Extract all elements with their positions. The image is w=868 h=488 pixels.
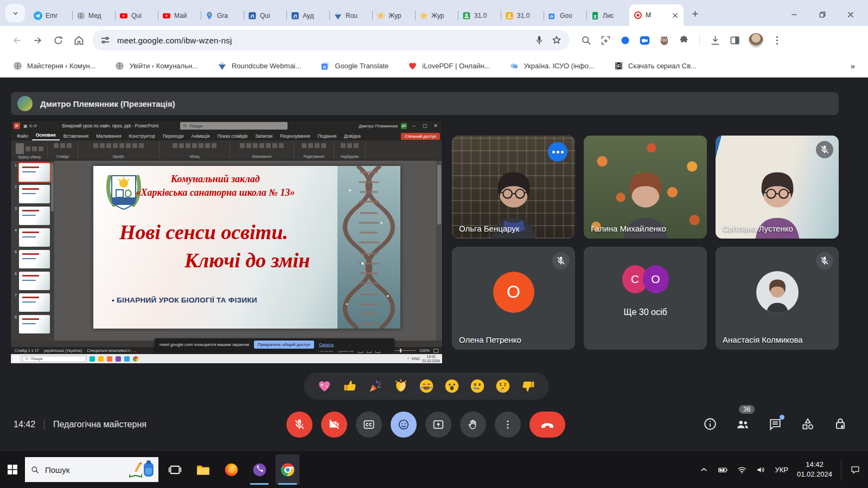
new-tab-button[interactable] xyxy=(687,5,703,22)
emoji-party-button[interactable] xyxy=(368,378,383,394)
home-button[interactable] xyxy=(68,30,89,50)
firefox-button[interactable] xyxy=(219,454,243,485)
ppt-ribbon-tab[interactable]: Основне xyxy=(32,131,60,140)
minimize-button[interactable] xyxy=(780,3,808,26)
browser-tab[interactable]: Жур xyxy=(372,5,415,26)
slide-thumbnail[interactable]: 3 xyxy=(11,205,54,227)
bookmark-item[interactable]: FСкачать сериал Св... xyxy=(614,61,697,70)
bookmark-item[interactable]: Україна. ІСУО (інфо... xyxy=(509,61,594,70)
task-view-button[interactable] xyxy=(163,454,187,485)
inner-app-icon[interactable] xyxy=(116,356,121,362)
browser-tab[interactable]: ЛQui xyxy=(244,5,286,26)
reload-button[interactable] xyxy=(48,30,68,50)
ppt-ribbon-tab[interactable]: Файл xyxy=(13,132,32,140)
tile-more-button[interactable] xyxy=(548,142,567,162)
browser-menu-icon[interactable] xyxy=(771,35,783,46)
participant-tile[interactable]: Галина Михайленко xyxy=(584,136,707,239)
browser-tab[interactable]: M xyxy=(629,4,684,26)
ppt-ribbon-tab[interactable]: Довідка xyxy=(340,132,365,140)
ppt-ribbon-tab[interactable]: Подання xyxy=(314,132,340,140)
ppt-share-button[interactable]: Спільний доступ xyxy=(401,133,440,140)
camera-extension-icon[interactable] xyxy=(639,35,650,46)
forward-button[interactable] xyxy=(27,30,48,50)
ppt-ribbon-tab[interactable]: Конструктор xyxy=(125,132,159,140)
url-text[interactable]: meet.google.com/ibw-wzen-nsj xyxy=(117,36,527,45)
browser-tab[interactable]: GGoo xyxy=(544,5,586,26)
slide-thumbnail[interactable]: 2 xyxy=(11,183,54,205)
ppt-ribbon-tab[interactable]: Вставлення xyxy=(60,132,92,140)
bookmark-item[interactable]: Roundcube Webmai... xyxy=(218,61,301,70)
tray-expand-icon[interactable] xyxy=(699,465,709,475)
accessibility-status[interactable]: Спеціальні можливості: ... xyxy=(87,348,136,353)
bookmark-item[interactable]: Майстерня ‹ Комун... xyxy=(13,61,95,70)
tab-search-button[interactable] xyxy=(5,4,25,22)
browser-tab[interactable]: Qui xyxy=(115,5,158,26)
more-options-button[interactable] xyxy=(495,412,521,438)
blue-dot-extension-icon[interactable] xyxy=(620,35,631,46)
fit-slide-icon[interactable] xyxy=(433,349,438,353)
thumbnail-scrollbar[interactable] xyxy=(51,163,54,211)
extensions-puzzle-icon[interactable] xyxy=(678,35,690,46)
participant-tile[interactable]: Анастасія Колмикова xyxy=(716,247,839,350)
ppt-ribbon-group[interactable]: Редагування xyxy=(294,142,334,159)
browser-tab[interactable]: Gra xyxy=(201,5,244,26)
inner-system-tray[interactable]: ^ENG 14:4201.02.2024 xyxy=(407,355,440,362)
browser-tab[interactable]: Rou xyxy=(329,5,372,26)
address-bar[interactable]: meet.google.com/ibw-wzen-nsj xyxy=(92,30,570,50)
emoji-thumbup-button[interactable] xyxy=(342,378,358,394)
shared-screen-presentation[interactable]: P ▣ ⟲ ⟳ Бінарний урок по навч. през..ppt… xyxy=(11,120,442,363)
browser-tab[interactable]: Жур xyxy=(415,5,458,26)
zoom-level[interactable]: 100% xyxy=(419,348,430,353)
ppt-ribbon-tab[interactable]: Анімація xyxy=(188,132,214,140)
taskbar-clock[interactable]: 14:4201.02.2024 xyxy=(797,460,832,479)
ppt-ribbon-group[interactable]: Малювання xyxy=(230,142,294,159)
battery-icon[interactable] xyxy=(718,465,728,475)
emoji-clap-button[interactable] xyxy=(393,378,409,394)
browser-tab[interactable]: Мед xyxy=(72,5,115,26)
start-button[interactable] xyxy=(0,451,25,488)
ppt-ribbon-group[interactable]: Шрифт xyxy=(78,142,159,159)
meeting-details-button[interactable] xyxy=(703,417,717,431)
browser-tab[interactable]: 31.0 xyxy=(458,5,501,26)
bookmark-item[interactable]: iLovePDF | Онлайн... xyxy=(408,61,490,70)
inner-search-box[interactable]: Пошук xyxy=(22,356,86,362)
emoji-cry-button[interactable] xyxy=(470,378,485,394)
file-explorer-button[interactable] xyxy=(191,454,215,485)
emoji-joy-button[interactable] xyxy=(419,378,434,394)
browser-tab[interactable]: Лис xyxy=(586,5,629,26)
ppt-ribbon-tab[interactable]: Показ слайдів xyxy=(214,132,252,140)
chrome-button[interactable] xyxy=(276,454,299,485)
viber-button[interactable] xyxy=(247,454,271,485)
people-button[interactable]: 36 xyxy=(736,417,750,431)
taskbar-search-box[interactable]: Пошук xyxy=(25,457,158,482)
close-button[interactable] xyxy=(837,3,865,26)
inner-start-icon[interactable] xyxy=(13,356,19,362)
emoji-think-button[interactable] xyxy=(495,378,510,394)
wifi-icon[interactable] xyxy=(737,465,747,475)
ppt-ribbon-group[interactable]: Буфер обміну xyxy=(12,142,48,159)
slide-thumbnail[interactable]: 8 xyxy=(11,313,54,335)
inner-chrome-icon[interactable] xyxy=(133,356,138,362)
restore-button[interactable] xyxy=(808,3,837,26)
site-info-icon[interactable] xyxy=(100,35,111,46)
action-center-icon[interactable] xyxy=(850,465,860,475)
ppt-ribbon-tab[interactable]: Малювання xyxy=(92,132,125,140)
ppt-ribbon-tab[interactable]: Рецензування xyxy=(276,132,314,140)
participant-tile[interactable]: Ольга Бенцарук xyxy=(452,136,575,239)
slide-thumbnail[interactable]: 4 xyxy=(11,227,54,248)
volume-icon[interactable] xyxy=(756,465,766,475)
bookmark-item[interactable]: GGoogle Translate xyxy=(321,61,388,70)
participant-tile[interactable]: О Олена Петренко xyxy=(452,247,575,350)
slide-scrollbar[interactable] xyxy=(436,160,442,341)
ppt-ribbon-group[interactable]: Слайди xyxy=(48,142,78,159)
voice-search-icon[interactable] xyxy=(534,35,545,46)
chat-button[interactable] xyxy=(768,417,782,431)
host-controls-button[interactable] xyxy=(833,417,847,431)
screenshot-extension-icon[interactable] xyxy=(600,35,611,46)
browser-tab[interactable]: Emr xyxy=(29,5,72,26)
overflow-participants-tile[interactable]: С О Ще 30 осіб xyxy=(584,247,707,350)
browser-tab[interactable]: Май xyxy=(158,5,201,26)
inner-app-icon[interactable] xyxy=(107,356,112,362)
downloads-icon[interactable] xyxy=(710,35,721,46)
bookmark-star-icon[interactable] xyxy=(551,35,562,46)
